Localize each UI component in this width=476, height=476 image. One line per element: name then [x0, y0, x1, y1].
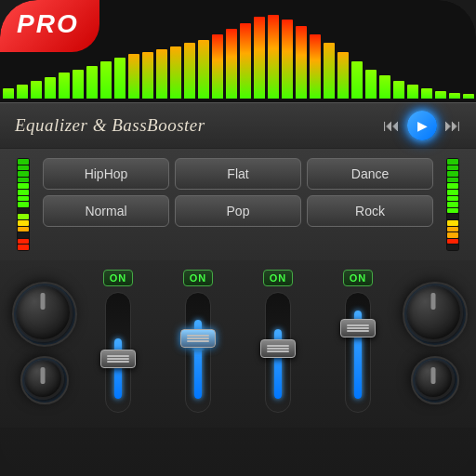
vu-segment — [18, 227, 29, 232]
spectrum-bar — [198, 40, 209, 99]
prev-button[interactable]: ⏮ — [383, 116, 400, 136]
spectrum-bar — [421, 88, 432, 99]
eq-on-badge-1[interactable]: ON — [183, 270, 214, 286]
spectrum-bar — [59, 73, 70, 99]
spectrum-bar — [351, 61, 363, 99]
spectrum-bar — [31, 81, 42, 99]
preset-row-2: Normal Pop Rock — [43, 195, 433, 227]
vu-segment — [18, 239, 29, 245]
volume-knob[interactable] — [403, 283, 463, 342]
spectrum-bar — [407, 85, 418, 99]
spectrum-bar — [156, 49, 167, 99]
eq-channel-3: ON — [322, 270, 394, 413]
vu-segment — [447, 227, 458, 232]
left-vu-meter — [13, 158, 33, 251]
spectrum-bar — [128, 54, 139, 99]
transport-controls: ⏮ ▶ ⏭ — [383, 111, 461, 140]
vu-segment — [447, 245, 458, 250]
vu-segment — [447, 214, 458, 219]
play-button[interactable]: ▶ — [407, 111, 437, 140]
spectrum-bar — [268, 15, 279, 99]
vu-segment — [18, 178, 29, 183]
spectrum-bar — [296, 26, 307, 99]
eq-section: ONONONON — [0, 260, 476, 428]
vu-segment — [18, 208, 29, 214]
vu-segment — [18, 232, 29, 238]
preset-section: HipHop Flat Dance Normal Pop Rock — [43, 158, 433, 251]
preset-dance[interactable]: Dance — [307, 158, 433, 190]
preset-flat[interactable]: Flat — [175, 158, 301, 190]
spectrum-bar — [379, 75, 390, 99]
spectrum-bar — [337, 52, 349, 99]
eq-on-badge-3[interactable]: ON — [343, 270, 374, 286]
spectrum-bar — [170, 46, 181, 99]
vu-segment — [447, 178, 458, 183]
vu-segment — [18, 214, 29, 219]
vu-segment — [447, 183, 458, 189]
vu-segment — [18, 245, 29, 250]
spectrum-bar — [324, 43, 335, 99]
play-icon: ▶ — [417, 118, 428, 133]
eq-slider-track-2[interactable] — [265, 292, 291, 413]
main-panel: HipHop Flat Dance Normal Pop Rock — [0, 149, 476, 260]
pro-badge: PRO — [0, 0, 99, 52]
vu-segment — [18, 220, 29, 226]
eq-slider-thumb-2[interactable] — [260, 339, 296, 358]
vu-segment — [18, 159, 29, 165]
spectrum-bar — [73, 70, 84, 99]
next-button[interactable]: ⏭ — [444, 116, 461, 136]
spectrum-bar — [393, 81, 404, 99]
preset-hiphop[interactable]: HipHop — [43, 158, 169, 190]
eq-slider-thumb-0[interactable] — [100, 350, 136, 368]
spectrum-bar — [212, 34, 223, 99]
app-container: PRO Equalizer & BassBooster ⏮ ▶ ⏭ HipHop… — [0, 0, 476, 476]
vu-segment — [447, 239, 458, 245]
eq-slider-track-3[interactable] — [345, 292, 371, 413]
eq-slider-fill-0 — [114, 338, 122, 399]
spectrum-bar — [310, 34, 321, 99]
vu-segment — [18, 171, 29, 177]
balance-knob[interactable] — [412, 357, 455, 400]
vu-segment — [18, 190, 29, 195]
eq-slider-thumb-3[interactable] — [340, 319, 376, 337]
left-vu-bars — [17, 158, 30, 251]
right-vu-bars — [446, 158, 459, 251]
preset-normal[interactable]: Normal — [43, 195, 169, 227]
spectrum-bar — [142, 52, 153, 99]
eq-channel-1: ON — [162, 270, 234, 413]
eq-sliders: ONONONON — [82, 270, 394, 413]
app-title: Equalizer & BassBooster — [15, 115, 205, 136]
vu-segment — [18, 196, 29, 202]
spectrum-bar — [449, 93, 460, 99]
vu-segment — [447, 232, 458, 238]
vu-segment — [18, 202, 29, 207]
preset-row-1: HipHop Flat Dance — [43, 158, 433, 190]
vu-segment — [447, 208, 458, 214]
vu-segment — [447, 202, 458, 207]
spectrum-bar — [254, 17, 265, 99]
title-bar: Equalizer & BassBooster ⏮ ▶ ⏭ — [0, 102, 476, 149]
eq-on-badge-0[interactable]: ON — [103, 270, 134, 286]
spectrum-bar — [184, 43, 195, 99]
vu-segment — [447, 220, 458, 226]
right-vu-meter — [443, 158, 463, 251]
vu-segment — [447, 165, 458, 171]
eq-slider-track-1[interactable] — [185, 292, 211, 413]
spectrum-bar — [17, 85, 28, 99]
eq-channel-0: ON — [82, 270, 154, 413]
preset-rock[interactable]: Rock — [307, 195, 433, 227]
bass-knob[interactable] — [13, 283, 73, 342]
treble-knob[interactable] — [21, 357, 64, 400]
blue-glow-line — [191, 348, 205, 350]
eq-on-badge-2[interactable]: ON — [263, 270, 294, 286]
spectrum-bar — [45, 77, 56, 99]
eq-slider-thumb-1[interactable] — [180, 329, 216, 348]
spectrum-bar — [3, 88, 14, 99]
spectrum-bar — [435, 91, 446, 99]
vu-segment — [447, 159, 458, 165]
knob-dots — [16, 285, 70, 339]
right-knob-group — [403, 283, 463, 400]
vu-segment — [447, 171, 458, 177]
eq-slider-track-0[interactable] — [105, 292, 131, 413]
preset-pop[interactable]: Pop — [175, 195, 301, 227]
